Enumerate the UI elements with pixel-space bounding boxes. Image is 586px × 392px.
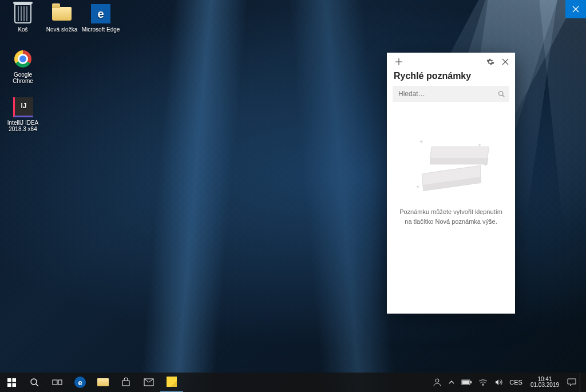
- chrome-icon: [11, 47, 34, 70]
- svg-rect-11: [470, 381, 472, 383]
- sticky-notes-titlebar: [387, 53, 515, 69]
- volume-icon: [494, 378, 502, 386]
- intellij-icon: IJ: [11, 96, 34, 118]
- overlay-close-button[interactable]: [565, 0, 586, 18]
- folder-icon: [97, 378, 109, 386]
- people-icon: [433, 378, 442, 387]
- new-note-button[interactable]: [391, 55, 406, 69]
- empty-state-message: Poznámku můžete vytvořit klepnutím na tl…: [389, 207, 513, 226]
- taskbar-app-mail[interactable]: [137, 373, 160, 392]
- taskbar-app-store[interactable]: [114, 373, 137, 392]
- svg-rect-12: [462, 381, 469, 384]
- svg-rect-6: [53, 380, 57, 385]
- tray-people-button[interactable]: [429, 373, 445, 392]
- battery-icon: [461, 379, 472, 385]
- tray-ime-button[interactable]: CES: [506, 373, 526, 392]
- desktop-icon-intellij[interactable]: IJ IntelliJ IDEA 2018.3 x64: [3, 96, 42, 132]
- edge-icon: e: [89, 2, 112, 25]
- start-button[interactable]: [0, 373, 23, 392]
- search-icon: [498, 90, 505, 97]
- sticky-notes-icon: [167, 377, 177, 387]
- tray-battery-button[interactable]: [458, 373, 475, 392]
- svg-rect-7: [58, 380, 62, 385]
- desktop-icon-label: Google Chrome: [3, 72, 42, 84]
- sticky-notes-title: Rychlé poznámky: [387, 69, 515, 86]
- svg-point-9: [435, 379, 439, 382]
- gear-icon: [486, 58, 494, 66]
- close-icon: [502, 58, 509, 65]
- desktop-icon-edge[interactable]: e Microsoft Edge: [81, 2, 120, 33]
- tray-clock[interactable]: 10:41 01.03.2019: [526, 373, 564, 392]
- svg-rect-1: [7, 378, 11, 382]
- close-icon: [572, 6, 579, 13]
- empty-state: ✦ ✦ ✦ ✦ Poznámku můžete vytvořit klepnut…: [387, 102, 515, 314]
- recycle-bin-icon: [11, 2, 34, 25]
- edge-icon: e: [74, 377, 86, 388]
- taskbar-app-explorer[interactable]: [92, 373, 114, 392]
- wifi-icon: [478, 379, 488, 386]
- store-icon: [121, 377, 131, 387]
- svg-rect-2: [12, 378, 16, 382]
- tray-volume-button[interactable]: [491, 373, 506, 392]
- search-button[interactable]: [23, 373, 46, 392]
- desktop-icon-recycle-bin[interactable]: Koš: [3, 2, 42, 33]
- close-window-button[interactable]: [498, 55, 513, 69]
- desktop-icon-label: Koš: [3, 26, 42, 33]
- plus-icon: [395, 58, 403, 66]
- task-view-button[interactable]: [46, 373, 69, 392]
- taskbar-app-sticky-notes[interactable]: [160, 372, 183, 392]
- svg-point-13: [482, 385, 484, 386]
- svg-point-5: [31, 379, 37, 385]
- settings-button[interactable]: [483, 55, 498, 69]
- tray-wifi-button[interactable]: [475, 373, 491, 392]
- desktop-icon-label: Microsoft Edge: [81, 26, 120, 33]
- svg-point-0: [499, 92, 504, 96]
- windows-icon: [7, 378, 16, 387]
- svg-rect-4: [12, 383, 16, 387]
- taskbar: e: [0, 373, 586, 392]
- desktop-icon-label: IntelliJ IDEA 2018.3 x64: [3, 120, 42, 132]
- search-icon: [30, 378, 39, 387]
- search-input[interactable]: [397, 89, 498, 98]
- empty-state-illustration: ✦ ✦ ✦ ✦: [417, 134, 485, 191]
- tray-action-center-button[interactable]: [564, 373, 580, 392]
- desktop-icon-new-folder[interactable]: Nová složka: [42, 2, 81, 33]
- sticky-notes-window[interactable]: Rychlé poznámky ✦ ✦ ✦ ✦ Poznámku můžete …: [387, 53, 515, 314]
- tray-expand-button[interactable]: [445, 373, 458, 392]
- task-view-icon: [52, 378, 62, 386]
- action-center-icon: [567, 378, 576, 386]
- search-field-wrap[interactable]: [393, 86, 509, 102]
- mail-icon: [144, 378, 154, 386]
- tray-ime-label: CES: [509, 379, 522, 386]
- taskbar-app-edge[interactable]: e: [69, 373, 92, 392]
- svg-rect-3: [7, 383, 11, 387]
- desktop-icon-label: Nová složka: [42, 26, 81, 33]
- tray-date: 01.03.2019: [530, 382, 559, 389]
- desktop-icons: Koš Nová složka e Microsoft Edge Google …: [3, 2, 120, 137]
- show-desktop-button[interactable]: [580, 373, 584, 392]
- chevron-up-icon: [449, 379, 454, 385]
- desktop-icon-chrome[interactable]: Google Chrome: [3, 47, 42, 84]
- folder-icon: [50, 2, 73, 25]
